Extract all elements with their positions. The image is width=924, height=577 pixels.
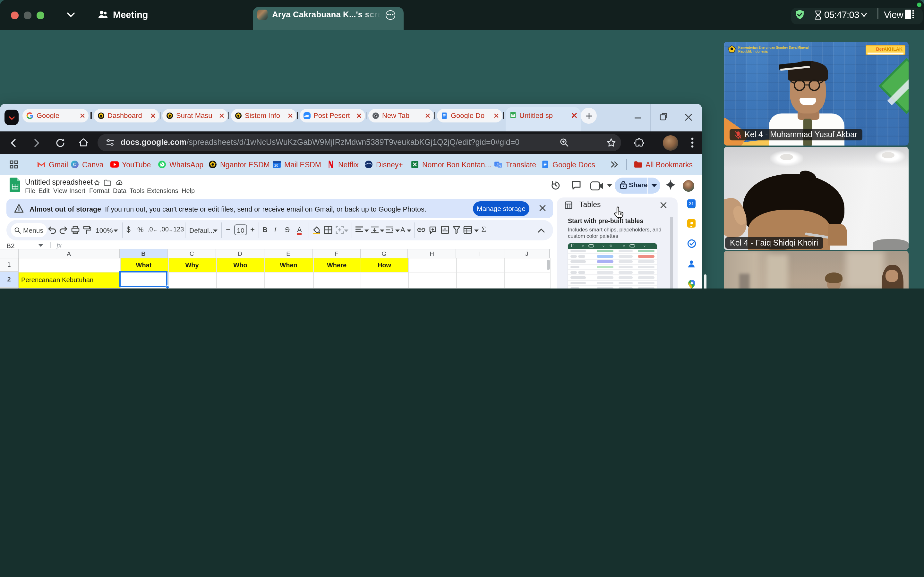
svg-text:C: C [73,161,77,167]
svg-text:20: 20 [274,163,278,167]
svg-text:A: A [499,164,501,167]
